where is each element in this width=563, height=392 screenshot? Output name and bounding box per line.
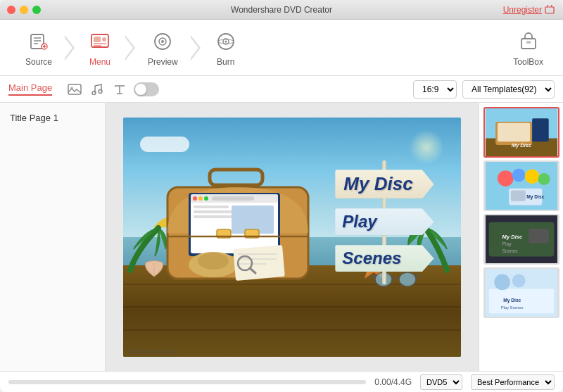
svg-rect-49 (233, 245, 285, 281)
svg-point-72 (538, 173, 550, 185)
quality-select[interactable]: Best Performance High Quality (471, 374, 555, 390)
close-button[interactable] (7, 6, 15, 14)
toolbar-nav: Source Menu Preview Burn (11, 23, 253, 72)
svg-text:Play  Scenes: Play Scenes (501, 305, 524, 310)
svg-point-70 (512, 168, 526, 182)
svg-rect-66 (532, 118, 549, 141)
svg-rect-39 (212, 196, 254, 201)
statusbar: 0.00/4.4G DVD5 DVD9 Best Performance Hig… (0, 371, 563, 392)
thumbnail-4[interactable]: My Disc Play Scenes (483, 267, 559, 318)
toolbox-label: ToolBox (513, 57, 543, 67)
minimize-button[interactable] (20, 6, 28, 14)
svg-point-85 (512, 274, 526, 288)
svg-point-48 (198, 253, 229, 270)
sign-scenes: Scenes (335, 245, 434, 272)
toolbox-icon (516, 29, 541, 54)
menu-label: Menu (89, 57, 110, 67)
svg-text:Scenes: Scenes (502, 248, 519, 253)
svg-rect-30 (210, 170, 262, 185)
svg-point-37 (198, 196, 203, 201)
progress-text: 0.00/4.4G (374, 377, 412, 387)
signs-container: My Disc Play Scenes (335, 170, 434, 272)
svg-text:Play: Play (502, 241, 512, 247)
subbar: Main Page 16:9 4:3 All Templates(92) (0, 76, 563, 103)
thumbnail-panel: My Disc My Disc My Disc Play (479, 103, 563, 371)
toggle-switch[interactable] (134, 82, 159, 96)
canvas-area: My Disc Play Scenes behorse.com (106, 103, 479, 371)
music-icon[interactable] (89, 81, 106, 98)
svg-point-38 (204, 196, 208, 201)
svg-point-12 (102, 37, 106, 42)
thumbnail-2[interactable]: My Disc (483, 160, 559, 211)
svg-rect-81 (529, 229, 548, 244)
svg-rect-42 (194, 215, 236, 218)
svg-text:My Disc: My Disc (503, 298, 521, 303)
svg-text:My Disc: My Disc (512, 142, 532, 148)
svg-rect-40 (194, 206, 229, 208)
svg-point-36 (193, 196, 197, 201)
subbar-icons (66, 81, 159, 98)
plank-2 (123, 306, 461, 308)
subbar-right: 16:9 4:3 All Templates(92) (413, 80, 555, 99)
svg-rect-74 (511, 191, 526, 201)
thumbnail-1[interactable]: My Disc (483, 107, 559, 158)
plank-3 (123, 329, 461, 331)
preview-label: Preview (148, 57, 178, 67)
preview-icon (150, 29, 175, 54)
svg-point-25 (99, 89, 102, 93)
svg-rect-21 (526, 41, 531, 44)
svg-rect-65 (498, 123, 530, 141)
toolbar-preview[interactable]: Preview (134, 23, 192, 72)
title-bar: Wondershare DVD Creator Unregister (0, 0, 563, 20)
dvd-preview[interactable]: My Disc Play Scenes behorse.com (123, 118, 461, 357)
thumbnail-3[interactable]: My Disc Play Scenes (483, 214, 559, 265)
svg-point-24 (92, 91, 96, 94)
image-icon[interactable] (66, 81, 83, 98)
burn-icon (213, 29, 239, 54)
sun (409, 129, 444, 165)
watermark: behorse.com (129, 347, 174, 355)
sign-play: Play (335, 208, 434, 235)
svg-rect-9 (94, 37, 101, 42)
left-panel: Title Page 1 (0, 103, 106, 371)
disc-type-select[interactable]: DVD5 DVD9 (420, 374, 462, 390)
svg-rect-83 (489, 289, 555, 313)
toolbar-toolbox[interactable]: ToolBox (505, 23, 552, 72)
toolbox-button[interactable]: ToolBox (505, 23, 552, 72)
burn-label: Burn (217, 57, 234, 67)
toolbar: Source Menu Preview Burn (0, 20, 563, 76)
window-controls[interactable] (7, 6, 41, 14)
source-label: Source (25, 57, 52, 67)
text-icon[interactable] (111, 81, 128, 98)
aspect-ratio-select[interactable]: 16:9 4:3 (413, 80, 457, 99)
toolbar-source[interactable]: Source (11, 23, 66, 72)
cloud-left (140, 137, 189, 152)
menu-icon (87, 29, 113, 54)
template-select[interactable]: All Templates(92) (462, 80, 555, 99)
svg-point-71 (525, 169, 540, 184)
sign-mydisc: My Disc (335, 170, 434, 198)
toolbar-burn[interactable]: Burn (199, 23, 253, 72)
svg-text:My Disc: My Disc (502, 234, 523, 240)
svg-point-60 (399, 272, 416, 286)
progress-track (8, 380, 366, 384)
main-page-tab[interactable]: Main Page (8, 82, 52, 96)
title-page-item[interactable]: Title Page 1 (6, 110, 99, 126)
toolbar-menu[interactable]: Menu (73, 23, 127, 72)
maximize-button[interactable] (32, 6, 41, 14)
app-title: Wondershare DVD Creator (231, 5, 332, 15)
suitcase (164, 166, 312, 289)
svg-point-69 (498, 170, 514, 186)
svg-text:My Disc: My Disc (526, 194, 544, 200)
svg-point-15 (161, 40, 164, 43)
main-content: Title Page 1 (0, 103, 563, 371)
cart-icon (545, 5, 555, 15)
unregister-link[interactable]: Unregister (503, 5, 555, 15)
svg-rect-0 (545, 7, 554, 13)
svg-rect-22 (68, 84, 81, 94)
shell (140, 259, 168, 280)
source-icon (26, 29, 51, 54)
svg-point-18 (224, 40, 227, 42)
svg-point-84 (494, 274, 510, 291)
